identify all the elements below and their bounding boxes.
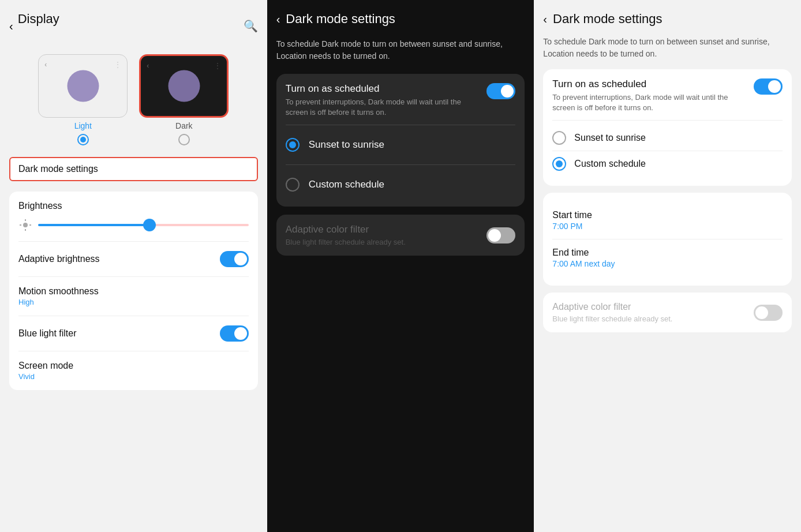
mid-back-icon[interactable]: ‹ — [276, 13, 280, 26]
end-time-label: End time — [552, 248, 783, 258]
right-scheduled-card: Turn on as scheduled To prevent interrup… — [543, 69, 792, 186]
adaptive-color-filter-card-mid: Adaptive color filter Blue light filter … — [276, 215, 525, 256]
blue-light-filter-toggle[interactable] — [220, 325, 249, 342]
dark-mode-settings-link[interactable]: Dark mode settings — [9, 157, 258, 181]
theme-dark[interactable]: ‹ ⋮ Dark — [139, 54, 229, 145]
light-dots: ⋮ — [114, 61, 121, 69]
light-circle — [67, 70, 99, 102]
brightness-row: Brightness — [18, 192, 249, 242]
dark-mode-settings-mid-panel: ‹ Dark mode settings To schedule Dark mo… — [267, 0, 534, 532]
blue-light-filter-thumb — [234, 327, 247, 340]
custom-schedule-row[interactable]: Custom schedule — [286, 172, 516, 197]
right-adaptive-color-filter-toggle[interactable] — [754, 305, 783, 321]
motion-smoothness-label: Motion smoothness — [18, 286, 99, 297]
right-adaptive-color-filter-sub: Blue light filter schedule already set. — [552, 314, 672, 323]
right-turn-on-scheduled-thumb — [768, 80, 781, 93]
right-sunset-sunrise-label: Sunset to sunrise — [574, 133, 646, 143]
right-sunset-sunrise-radio[interactable] — [552, 131, 566, 145]
dark-preview: ‹ ⋮ — [139, 54, 229, 118]
motion-smoothness-value: High — [18, 298, 99, 306]
screen-mode-text: Screen mode Vivid — [18, 361, 73, 381]
right-sunset-sunrise-row[interactable]: Sunset to sunrise — [552, 125, 783, 151]
right-adaptive-row: Adaptive color filter Blue light filter … — [552, 302, 783, 323]
right-info-text: To schedule Dark mode to turn on between… — [543, 36, 792, 60]
turn-on-scheduled-label: Turn on as scheduled — [286, 83, 480, 95]
right-custom-schedule-label: Custom schedule — [574, 159, 646, 169]
dark-radio[interactable] — [178, 134, 190, 145]
right-top-bar: ‹ Dark mode settings — [543, 12, 792, 27]
search-icon[interactable]: 🔍 — [244, 19, 258, 33]
turn-on-scheduled-sub: To prevent interruptions, Dark mode will… — [286, 97, 480, 118]
light-label: Light — [74, 121, 92, 130]
right-custom-schedule-radio[interactable] — [552, 157, 566, 171]
right-custom-schedule-row[interactable]: Custom schedule — [552, 151, 783, 177]
dark-mode-settings-text: Dark mode settings — [18, 164, 98, 174]
turn-on-scheduled-thumb — [501, 85, 514, 98]
start-time-value: 7:00 PM — [552, 222, 783, 231]
dark-circle — [168, 70, 200, 102]
right-time-card: Start time 7:00 PM End time 7:00 AM next… — [543, 193, 792, 286]
mid-separator-2 — [286, 164, 516, 165]
theme-light[interactable]: ‹ ⋮ Light — [38, 54, 128, 145]
right-title: Dark mode settings — [553, 12, 662, 27]
settings-section: Brightness Adaptive brightness — [9, 192, 258, 390]
custom-schedule-radio[interactable] — [286, 178, 300, 192]
mid-title: Dark mode settings — [286, 12, 395, 27]
adaptive-color-filter-sub-mid: Blue light filter schedule already set. — [286, 238, 406, 246]
theme-selector: ‹ ⋮ Light ‹ ⋮ Dark — [9, 54, 258, 145]
back-icon[interactable]: ‹ — [9, 20, 13, 33]
brightness-label: Brightness — [18, 201, 62, 211]
right-turn-on-scheduled-sub: To prevent interruptions, Dark mode will… — [552, 92, 747, 113]
adaptive-brightness-row: Adaptive brightness — [18, 242, 249, 277]
display-settings-panel: ‹ Display 🔍 ‹ ⋮ Light ‹ — [0, 0, 267, 532]
adaptive-brightness-thumb — [234, 253, 247, 265]
right-adaptive-color-filter-label: Adaptive color filter — [552, 302, 672, 312]
right-adaptive-color-filter-card: Adaptive color filter Blue light filter … — [543, 293, 792, 332]
dark-mode-settings-right-panel: ‹ Dark mode settings To schedule Dark mo… — [534, 0, 801, 532]
start-time-label: Start time — [552, 210, 783, 220]
adaptive-brightness-label: Adaptive brightness — [18, 254, 100, 264]
adaptive-color-filter-label-mid: Adaptive color filter — [286, 224, 406, 235]
mid-top-bar: ‹ Dark mode settings — [276, 12, 525, 27]
right-back-icon[interactable]: ‹ — [543, 13, 547, 26]
adaptive-brightness-toggle[interactable] — [220, 251, 249, 267]
mid-separator-1 — [286, 125, 516, 125]
motion-smoothness-row[interactable]: Motion smoothness High — [18, 277, 249, 316]
right-adaptive-text: Adaptive color filter Blue light filter … — [552, 302, 672, 323]
light-phone-inner — [67, 70, 99, 102]
turn-on-scheduled-toggle[interactable] — [486, 83, 515, 99]
left-top-bar: ‹ Display 🔍 — [9, 12, 258, 40]
adaptive-row-mid: Adaptive color filter Blue light filter … — [286, 224, 516, 246]
dark-topbar: ‹ — [147, 62, 149, 70]
end-time-value: 7:00 AM next day — [552, 259, 783, 268]
right-adaptive-color-filter-thumb — [755, 306, 768, 319]
right-scheduled-row: Turn on as scheduled To prevent interrup… — [552, 78, 783, 121]
screen-mode-label: Screen mode — [18, 361, 73, 371]
sunset-sunrise-row[interactable]: Sunset to sunrise — [286, 132, 516, 158]
brightness-low-icon — [18, 218, 32, 232]
left-top-bar-left: ‹ Display — [9, 12, 59, 40]
right-scheduled-text: Turn on as scheduled To prevent interrup… — [552, 78, 747, 113]
display-title: Display — [18, 12, 59, 27]
custom-schedule-label: Custom schedule — [309, 179, 384, 190]
mid-info-text: To schedule Dark mode to turn on between… — [276, 38, 525, 62]
svg-point-0 — [23, 223, 28, 227]
dark-label: Dark — [175, 121, 193, 130]
scheduled-row: Turn on as scheduled To prevent interrup… — [286, 83, 516, 118]
dark-phone-inner — [168, 70, 200, 102]
sunset-sunrise-radio[interactable] — [286, 138, 300, 152]
screen-mode-row[interactable]: Screen mode Vivid — [18, 351, 249, 390]
adaptive-color-filter-toggle-mid[interactable] — [486, 227, 515, 243]
light-radio[interactable] — [77, 134, 89, 145]
blue-light-filter-label: Blue light filter — [18, 328, 77, 339]
light-preview: ‹ ⋮ — [38, 54, 128, 118]
right-turn-on-scheduled-toggle[interactable] — [754, 78, 783, 95]
right-turn-on-scheduled-label: Turn on as scheduled — [552, 78, 747, 90]
scheduled-text: Turn on as scheduled To prevent interrup… — [286, 83, 480, 118]
adaptive-color-filter-thumb-mid — [488, 229, 501, 242]
brightness-track[interactable] — [38, 224, 249, 226]
start-time-row[interactable]: Start time 7:00 PM — [552, 202, 783, 239]
scheduled-card: Turn on as scheduled To prevent interrup… — [276, 74, 525, 207]
brightness-thumb[interactable] — [143, 219, 156, 231]
end-time-row[interactable]: End time 7:00 AM next day — [552, 239, 783, 276]
